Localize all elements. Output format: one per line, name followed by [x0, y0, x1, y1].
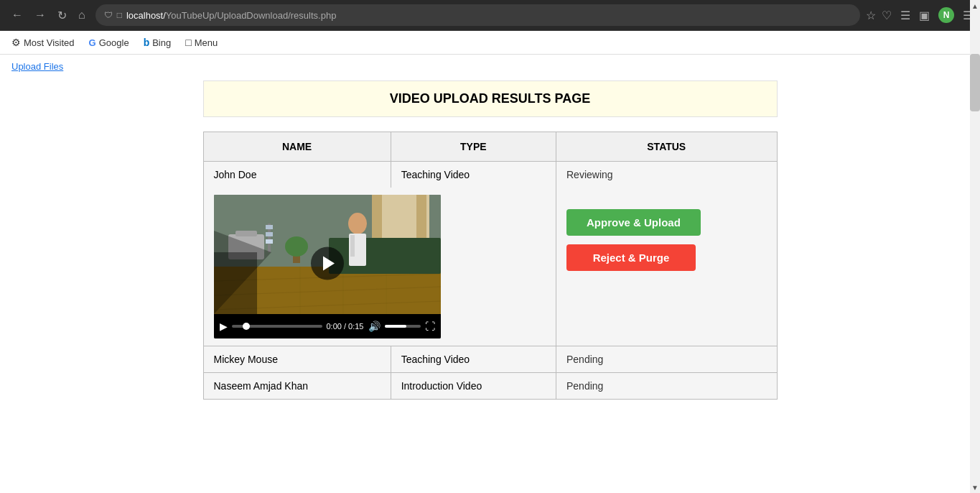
- shield-icon: 🛡: [104, 10, 113, 20]
- video-progress-dot: [243, 323, 250, 330]
- volume-icon[interactable]: 🔊: [368, 321, 381, 332]
- status-badge-pending-mickey: Pending: [566, 354, 603, 365]
- results-table: NAME TYPE STATUS John Doe Teaching Video…: [203, 132, 778, 400]
- col-header-type: TYPE: [391, 132, 556, 162]
- google-icon: G: [89, 37, 96, 48]
- col-header-status: STATUS: [556, 132, 777, 162]
- video-progress-bar[interactable]: [232, 325, 322, 328]
- svg-point-20: [285, 236, 308, 257]
- svg-rect-27: [350, 235, 355, 257]
- table-row: Mickey Mouse Teaching Video Pending: [203, 346, 777, 373]
- pocket-icon[interactable]: ♡: [882, 9, 892, 22]
- action-buttons-container: Approve & Upload Reject & Purge: [566, 195, 767, 285]
- svg-point-25: [348, 213, 367, 234]
- bookmark-star-button[interactable]: ☆: [866, 9, 876, 22]
- browser-chrome: ← → ↻ ⌂ 🛡 □ localhost/YouTubeUp/UploadDo…: [0, 0, 980, 55]
- reject-purge-button[interactable]: Reject & Purge: [566, 244, 696, 271]
- bookmark-most-visited[interactable]: ⚙ Most Visited: [6, 34, 80, 50]
- scrollbar[interactable]: ▲ ▼: [970, 0, 980, 405]
- bookmark-bing[interactable]: b Bing: [138, 34, 177, 50]
- bookmark-google-label: Google: [99, 37, 129, 48]
- browser-right-icons: ♡ ☰ ▣ N ☰: [882, 7, 973, 23]
- history-icon[interactable]: ☰: [900, 9, 910, 22]
- svg-rect-24: [266, 239, 273, 244]
- address-bar[interactable]: 🛡 □ localhost/YouTubeUp/UploadDownload/r…: [95, 4, 860, 26]
- fullscreen-button[interactable]: ⛶: [425, 321, 435, 332]
- video-player[interactable]: ▶ 0:00 / 0:15 🔊 ⛶: [214, 195, 441, 338]
- volume-fill: [385, 325, 406, 328]
- bookmark-bing-label: Bing: [152, 37, 171, 48]
- bookmark-menu-label: Menu: [195, 37, 218, 48]
- table-row: Naseem Amjad Khan Introduction Video Pen…: [203, 373, 777, 400]
- cell-status-mickey: Pending: [556, 346, 777, 373]
- table-header-row: NAME TYPE STATUS: [203, 132, 777, 162]
- cell-name-naseem: Naseem Amjad Khan: [203, 373, 391, 400]
- profile-button[interactable]: N: [938, 7, 954, 23]
- browser-toolbar: ← → ↻ ⌂ 🛡 □ localhost/YouTubeUp/UploadDo…: [0, 0, 980, 30]
- bing-icon: b: [144, 37, 150, 48]
- cell-type-mickey: Teaching Video: [391, 346, 556, 373]
- cell-type-john: Teaching Video: [391, 162, 556, 188]
- cell-actions: Approve & Upload Reject & Purge: [556, 188, 777, 346]
- page-content: Upload Files VIDEO UPLOAD RESULTS PAGE N…: [0, 55, 980, 405]
- cell-name-john: John Doe: [203, 162, 391, 188]
- forward-button[interactable]: →: [30, 7, 50, 23]
- bookmark-google[interactable]: G Google: [83, 35, 135, 50]
- svg-rect-23: [266, 232, 273, 236]
- bookmark-most-visited-label: Most Visited: [24, 37, 75, 48]
- cell-type-naseem: Introduction Video: [391, 373, 556, 400]
- cell-status-john: Reviewing: [556, 162, 777, 188]
- reload-button[interactable]: ↻: [53, 7, 71, 24]
- scrollbar-up-arrow[interactable]: ▲: [970, 0, 980, 11]
- upload-files-link[interactable]: Upload Files: [11, 61, 63, 72]
- status-badge-pending-naseem: Pending: [566, 380, 603, 392]
- svg-rect-22: [266, 225, 273, 229]
- approve-upload-button[interactable]: Approve & Upload: [566, 209, 701, 236]
- synced-tabs-icon[interactable]: ▣: [919, 9, 930, 22]
- address-text: localhost/YouTubeUp/UploadDownload/resul…: [126, 10, 851, 21]
- col-header-name: NAME: [203, 132, 391, 162]
- video-time: 0:00 / 0:15: [327, 322, 364, 331]
- cell-status-naseem: Pending: [556, 373, 777, 400]
- video-play-button[interactable]: [311, 247, 344, 280]
- video-controls: ▶ 0:00 / 0:15 🔊 ⛶: [214, 314, 441, 338]
- bookmark-menu[interactable]: □ Menu: [179, 34, 223, 50]
- video-play-control[interactable]: ▶: [220, 321, 228, 332]
- table-row-media: ▶ 0:00 / 0:15 🔊 ⛶: [203, 188, 777, 346]
- cell-video: ▶ 0:00 / 0:15 🔊 ⛶: [203, 188, 556, 346]
- status-badge-reviewing: Reviewing: [566, 169, 613, 180]
- cell-name-mickey: Mickey Mouse: [203, 346, 391, 373]
- nav-buttons: ← → ↻ ⌂: [7, 7, 90, 24]
- volume-track[interactable]: [385, 325, 421, 328]
- svg-rect-18: [235, 231, 257, 236]
- bookmarks-bar: ⚙ Most Visited G Google b Bing □ Menu: [0, 30, 980, 55]
- menu-bookmark-icon: □: [185, 37, 191, 48]
- page-title: VIDEO UPLOAD RESULTS PAGE: [203, 80, 778, 117]
- back-button[interactable]: ←: [7, 7, 27, 23]
- most-visited-icon: ⚙: [11, 37, 21, 48]
- scrollbar-thumb[interactable]: [970, 54, 980, 111]
- table-row: John Doe Teaching Video Reviewing: [203, 162, 777, 188]
- home-button[interactable]: ⌂: [74, 7, 90, 23]
- page-icon: □: [117, 10, 122, 20]
- svg-rect-13: [329, 238, 441, 274]
